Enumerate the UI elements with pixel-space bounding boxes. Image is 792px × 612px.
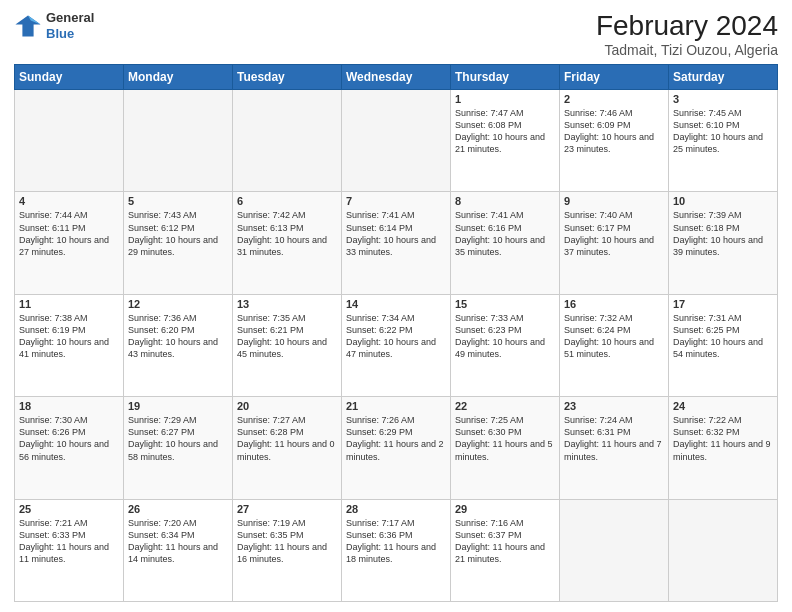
calendar-cell xyxy=(233,90,342,192)
calendar-cell xyxy=(124,90,233,192)
calendar-cell xyxy=(669,499,778,601)
calendar-cell: 27Sunrise: 7:19 AM Sunset: 6:35 PM Dayli… xyxy=(233,499,342,601)
day-info: Sunrise: 7:26 AM Sunset: 6:29 PM Dayligh… xyxy=(346,415,444,461)
weekday-header: Saturday xyxy=(669,65,778,90)
day-info: Sunrise: 7:41 AM Sunset: 6:16 PM Dayligh… xyxy=(455,210,545,256)
day-info: Sunrise: 7:27 AM Sunset: 6:28 PM Dayligh… xyxy=(237,415,335,461)
calendar-cell: 9Sunrise: 7:40 AM Sunset: 6:17 PM Daylig… xyxy=(560,192,669,294)
calendar-cell: 24Sunrise: 7:22 AM Sunset: 6:32 PM Dayli… xyxy=(669,397,778,499)
calendar-cell: 3Sunrise: 7:45 AM Sunset: 6:10 PM Daylig… xyxy=(669,90,778,192)
day-number: 20 xyxy=(237,400,337,412)
calendar-cell: 16Sunrise: 7:32 AM Sunset: 6:24 PM Dayli… xyxy=(560,294,669,396)
day-info: Sunrise: 7:31 AM Sunset: 6:25 PM Dayligh… xyxy=(673,313,763,359)
main-title: February 2024 xyxy=(596,10,778,42)
day-number: 9 xyxy=(564,195,664,207)
calendar-cell: 6Sunrise: 7:42 AM Sunset: 6:13 PM Daylig… xyxy=(233,192,342,294)
day-info: Sunrise: 7:39 AM Sunset: 6:18 PM Dayligh… xyxy=(673,210,763,256)
day-info: Sunrise: 7:45 AM Sunset: 6:10 PM Dayligh… xyxy=(673,108,763,154)
calendar-week-row: 18Sunrise: 7:30 AM Sunset: 6:26 PM Dayli… xyxy=(15,397,778,499)
calendar-cell: 20Sunrise: 7:27 AM Sunset: 6:28 PM Dayli… xyxy=(233,397,342,499)
day-info: Sunrise: 7:25 AM Sunset: 6:30 PM Dayligh… xyxy=(455,415,553,461)
logo-general: General xyxy=(46,10,94,26)
logo-blue: Blue xyxy=(46,26,94,42)
calendar-week-row: 1Sunrise: 7:47 AM Sunset: 6:08 PM Daylig… xyxy=(15,90,778,192)
day-number: 22 xyxy=(455,400,555,412)
calendar-cell: 28Sunrise: 7:17 AM Sunset: 6:36 PM Dayli… xyxy=(342,499,451,601)
calendar-week-row: 25Sunrise: 7:21 AM Sunset: 6:33 PM Dayli… xyxy=(15,499,778,601)
calendar-cell: 14Sunrise: 7:34 AM Sunset: 6:22 PM Dayli… xyxy=(342,294,451,396)
day-number: 4 xyxy=(19,195,119,207)
weekday-header: Thursday xyxy=(451,65,560,90)
day-info: Sunrise: 7:24 AM Sunset: 6:31 PM Dayligh… xyxy=(564,415,662,461)
day-info: Sunrise: 7:38 AM Sunset: 6:19 PM Dayligh… xyxy=(19,313,109,359)
day-number: 3 xyxy=(673,93,773,105)
day-number: 24 xyxy=(673,400,773,412)
day-number: 17 xyxy=(673,298,773,310)
calendar-cell: 25Sunrise: 7:21 AM Sunset: 6:33 PM Dayli… xyxy=(15,499,124,601)
day-number: 13 xyxy=(237,298,337,310)
calendar-cell: 7Sunrise: 7:41 AM Sunset: 6:14 PM Daylig… xyxy=(342,192,451,294)
calendar-cell: 8Sunrise: 7:41 AM Sunset: 6:16 PM Daylig… xyxy=(451,192,560,294)
day-number: 15 xyxy=(455,298,555,310)
calendar-cell: 15Sunrise: 7:33 AM Sunset: 6:23 PM Dayli… xyxy=(451,294,560,396)
day-info: Sunrise: 7:21 AM Sunset: 6:33 PM Dayligh… xyxy=(19,518,109,564)
calendar-cell: 11Sunrise: 7:38 AM Sunset: 6:19 PM Dayli… xyxy=(15,294,124,396)
day-info: Sunrise: 7:17 AM Sunset: 6:36 PM Dayligh… xyxy=(346,518,436,564)
day-info: Sunrise: 7:16 AM Sunset: 6:37 PM Dayligh… xyxy=(455,518,545,564)
calendar-cell: 26Sunrise: 7:20 AM Sunset: 6:34 PM Dayli… xyxy=(124,499,233,601)
day-info: Sunrise: 7:29 AM Sunset: 6:27 PM Dayligh… xyxy=(128,415,218,461)
day-info: Sunrise: 7:20 AM Sunset: 6:34 PM Dayligh… xyxy=(128,518,218,564)
calendar-cell: 2Sunrise: 7:46 AM Sunset: 6:09 PM Daylig… xyxy=(560,90,669,192)
day-info: Sunrise: 7:46 AM Sunset: 6:09 PM Dayligh… xyxy=(564,108,654,154)
day-number: 25 xyxy=(19,503,119,515)
day-info: Sunrise: 7:34 AM Sunset: 6:22 PM Dayligh… xyxy=(346,313,436,359)
weekday-header: Monday xyxy=(124,65,233,90)
calendar-cell: 4Sunrise: 7:44 AM Sunset: 6:11 PM Daylig… xyxy=(15,192,124,294)
calendar-cell xyxy=(342,90,451,192)
weekday-header-row: SundayMondayTuesdayWednesdayThursdayFrid… xyxy=(15,65,778,90)
calendar-cell: 17Sunrise: 7:31 AM Sunset: 6:25 PM Dayli… xyxy=(669,294,778,396)
calendar-cell: 29Sunrise: 7:16 AM Sunset: 6:37 PM Dayli… xyxy=(451,499,560,601)
weekday-header: Wednesday xyxy=(342,65,451,90)
day-number: 2 xyxy=(564,93,664,105)
calendar-week-row: 11Sunrise: 7:38 AM Sunset: 6:19 PM Dayli… xyxy=(15,294,778,396)
day-info: Sunrise: 7:30 AM Sunset: 6:26 PM Dayligh… xyxy=(19,415,109,461)
day-info: Sunrise: 7:35 AM Sunset: 6:21 PM Dayligh… xyxy=(237,313,327,359)
day-number: 7 xyxy=(346,195,446,207)
svg-marker-0 xyxy=(15,15,40,36)
day-number: 5 xyxy=(128,195,228,207)
day-number: 28 xyxy=(346,503,446,515)
day-info: Sunrise: 7:19 AM Sunset: 6:35 PM Dayligh… xyxy=(237,518,327,564)
day-number: 27 xyxy=(237,503,337,515)
day-number: 16 xyxy=(564,298,664,310)
weekday-header: Friday xyxy=(560,65,669,90)
day-number: 11 xyxy=(19,298,119,310)
calendar-cell: 22Sunrise: 7:25 AM Sunset: 6:30 PM Dayli… xyxy=(451,397,560,499)
calendar-cell: 5Sunrise: 7:43 AM Sunset: 6:12 PM Daylig… xyxy=(124,192,233,294)
day-info: Sunrise: 7:36 AM Sunset: 6:20 PM Dayligh… xyxy=(128,313,218,359)
logo-text: General Blue xyxy=(46,10,94,41)
day-number: 12 xyxy=(128,298,228,310)
weekday-header: Sunday xyxy=(15,65,124,90)
logo-icon xyxy=(14,12,42,40)
day-info: Sunrise: 7:40 AM Sunset: 6:17 PM Dayligh… xyxy=(564,210,654,256)
page: General Blue February 2024 Tadmait, Tizi… xyxy=(0,0,792,612)
day-number: 8 xyxy=(455,195,555,207)
day-number: 1 xyxy=(455,93,555,105)
day-number: 29 xyxy=(455,503,555,515)
calendar-cell: 12Sunrise: 7:36 AM Sunset: 6:20 PM Dayli… xyxy=(124,294,233,396)
day-info: Sunrise: 7:41 AM Sunset: 6:14 PM Dayligh… xyxy=(346,210,436,256)
day-info: Sunrise: 7:42 AM Sunset: 6:13 PM Dayligh… xyxy=(237,210,327,256)
calendar-cell xyxy=(560,499,669,601)
title-section: February 2024 Tadmait, Tizi Ouzou, Alger… xyxy=(596,10,778,58)
weekday-header: Tuesday xyxy=(233,65,342,90)
calendar-cell: 23Sunrise: 7:24 AM Sunset: 6:31 PM Dayli… xyxy=(560,397,669,499)
day-info: Sunrise: 7:33 AM Sunset: 6:23 PM Dayligh… xyxy=(455,313,545,359)
day-info: Sunrise: 7:47 AM Sunset: 6:08 PM Dayligh… xyxy=(455,108,545,154)
subtitle: Tadmait, Tizi Ouzou, Algeria xyxy=(596,42,778,58)
day-number: 18 xyxy=(19,400,119,412)
calendar-cell xyxy=(15,90,124,192)
calendar-cell: 1Sunrise: 7:47 AM Sunset: 6:08 PM Daylig… xyxy=(451,90,560,192)
calendar-cell: 21Sunrise: 7:26 AM Sunset: 6:29 PM Dayli… xyxy=(342,397,451,499)
day-number: 19 xyxy=(128,400,228,412)
